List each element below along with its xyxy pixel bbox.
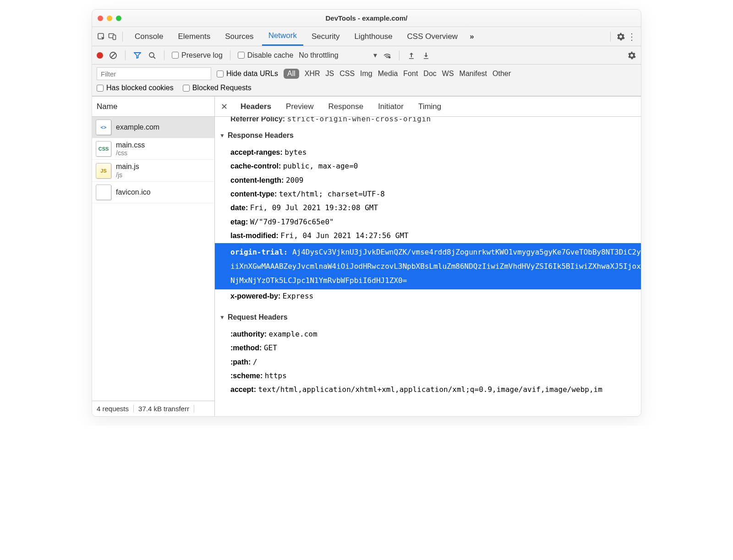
tab-css-overview[interactable]: CSS Overview [401, 27, 465, 46]
disable-cache-checkbox[interactable]: Disable cache [238, 51, 294, 60]
header-row: etag: W/"7d9-179d76c65e0" [215, 215, 641, 229]
preserve-log-checkbox[interactable]: Preserve log [172, 51, 223, 60]
request-headers-toggle[interactable]: ▼ Request Headers [215, 308, 641, 327]
request-row[interactable]: <> example.com [92, 117, 214, 138]
headers-content[interactable]: Referrer Policy: strict-origin-when-cros… [215, 117, 641, 416]
separator [610, 32, 611, 42]
header-row: accept-ranges: bytes [215, 146, 641, 159]
svg-point-7 [388, 56, 390, 58]
clear-icon[interactable] [109, 51, 118, 60]
tab-more[interactable]: » [466, 27, 477, 46]
header-row: cache-control: public, max-age=0 [215, 159, 641, 173]
request-row[interactable]: JS main.js /js [92, 160, 214, 181]
request-list: <> example.com CSS main.css /css JS main… [92, 117, 214, 401]
header-row-highlighted[interactable]: origin-trial: Aj4DysCv3VjknU3jJvkDEwnQZK… [215, 243, 641, 290]
network-toolbar: Preserve log Disable cache No throttling… [92, 46, 641, 65]
blocked-requests-checkbox[interactable]: Blocked Requests [183, 84, 252, 92]
subtab-response[interactable]: Response [321, 97, 371, 116]
devtools-window: DevTools - example.com/ Console Elements… [92, 9, 641, 417]
separator [122, 32, 123, 42]
filter-type-xhr[interactable]: XHR [305, 70, 320, 78]
file-generic-icon [96, 185, 111, 200]
response-headers-toggle[interactable]: ▼ Response Headers [215, 126, 641, 145]
header-row: :authority: example.com [215, 327, 641, 341]
tab-elements[interactable]: Elements [171, 27, 217, 46]
header-row: x-powered-by: Express [215, 289, 641, 303]
blocked-requests-label: Blocked Requests [192, 84, 252, 92]
request-path: /css [116, 149, 145, 157]
header-row: :scheme: https [215, 369, 641, 383]
filter-type-doc[interactable]: Doc [423, 70, 436, 78]
inspect-element-icon[interactable] [97, 32, 106, 41]
panel-settings-gear-icon[interactable] [627, 51, 636, 60]
subtab-initiator[interactable]: Initiator [371, 97, 411, 116]
file-css-icon: CSS [96, 141, 111, 157]
record-button[interactable] [97, 52, 103, 59]
filter-type-ws[interactable]: WS [442, 70, 454, 78]
hide-data-urls-checkbox[interactable]: Hide data URLs [217, 70, 278, 78]
subtab-timing[interactable]: Timing [411, 97, 449, 116]
filter-type-other[interactable]: Other [492, 70, 511, 78]
tab-sources[interactable]: Sources [219, 27, 260, 46]
header-row: last-modified: Fri, 04 Jun 2021 14:27:56… [215, 229, 641, 243]
tab-network[interactable]: Network [262, 27, 303, 46]
kebab-menu-icon[interactable]: ⋮ [627, 32, 636, 41]
subtab-headers[interactable]: Headers [233, 97, 279, 116]
request-name: main.js [116, 163, 139, 171]
svg-rect-2 [113, 35, 116, 39]
filter-type-font[interactable]: Font [403, 70, 418, 78]
throttling-value: No throttling [299, 51, 338, 60]
header-row: :path: / [215, 355, 641, 369]
response-headers-title: Response Headers [228, 129, 294, 142]
panel-tabs: Console Elements Sources Network Securit… [92, 27, 641, 46]
has-blocked-cookies-checkbox[interactable]: Has blocked cookies [97, 84, 174, 92]
network-conditions-icon[interactable] [383, 51, 392, 60]
tab-lighthouse[interactable]: Lighthouse [348, 27, 399, 46]
header-row: :method: GET [215, 341, 641, 355]
main-split: Name <> example.com CSS main.css /css JS [92, 96, 641, 416]
tab-console[interactable]: Console [128, 27, 170, 46]
request-name: main.css [116, 141, 145, 149]
throttling-select[interactable]: No throttling ▾ [299, 51, 377, 60]
svg-line-6 [153, 57, 155, 59]
settings-gear-icon[interactable] [616, 32, 625, 41]
request-name: example.com [116, 123, 159, 131]
request-list-panel: Name <> example.com CSS main.css /css JS [92, 97, 215, 416]
search-icon[interactable] [148, 51, 157, 60]
request-row[interactable]: CSS main.css /css [92, 138, 214, 160]
disable-cache-label: Disable cache [247, 51, 294, 60]
header-row: content-length: 2009 [215, 174, 641, 187]
filter-type-js[interactable]: JS [326, 70, 334, 78]
request-name: favicon.ico [116, 188, 151, 196]
subtab-preview[interactable]: Preview [279, 97, 321, 116]
request-row[interactable]: favicon.ico [92, 182, 214, 203]
close-details-button[interactable]: ✕ [215, 102, 233, 112]
has-blocked-cookies-label: Has blocked cookies [106, 84, 174, 92]
triangle-down-icon: ▼ [219, 312, 225, 323]
tab-security[interactable]: Security [305, 27, 346, 46]
filter-funnel-icon[interactable] [133, 51, 142, 60]
header-value: strict-origin-when-cross-origin [287, 117, 431, 123]
header-key: origin-trial: [230, 248, 288, 256]
file-js-icon: JS [96, 163, 111, 179]
details-panel: ✕ Headers Preview Response Initiator Tim… [215, 97, 641, 416]
header-row: accept: text/html,application/xhtml+xml,… [215, 383, 641, 397]
header-value: Aj4DysCv3VjknU3jJvkDEwnQZK/vmse4rdd8jZog… [230, 248, 641, 285]
request-path: /js [116, 171, 139, 179]
transfer-size: 37.4 kB transferr [133, 405, 194, 413]
upload-har-icon[interactable] [407, 51, 416, 60]
header-row: Referrer Policy: strict-origin-when-cros… [215, 117, 641, 126]
filter-type-media[interactable]: Media [378, 70, 398, 78]
filter-type-manifest[interactable]: Manifest [459, 70, 487, 78]
download-har-icon[interactable] [421, 51, 431, 60]
filter-input[interactable] [97, 67, 211, 80]
hide-data-urls-label: Hide data URLs [226, 70, 278, 78]
file-html-icon: <> [96, 120, 111, 135]
filter-type-img[interactable]: Img [360, 70, 372, 78]
device-toolbar-icon[interactable] [108, 32, 117, 41]
filter-type-css[interactable]: CSS [339, 70, 355, 78]
column-header-name[interactable]: Name [92, 97, 214, 117]
header-row: date: Fri, 09 Jul 2021 19:32:08 GMT [215, 201, 641, 215]
filter-type-all[interactable]: All [284, 69, 299, 79]
triangle-down-icon: ▼ [219, 130, 225, 141]
